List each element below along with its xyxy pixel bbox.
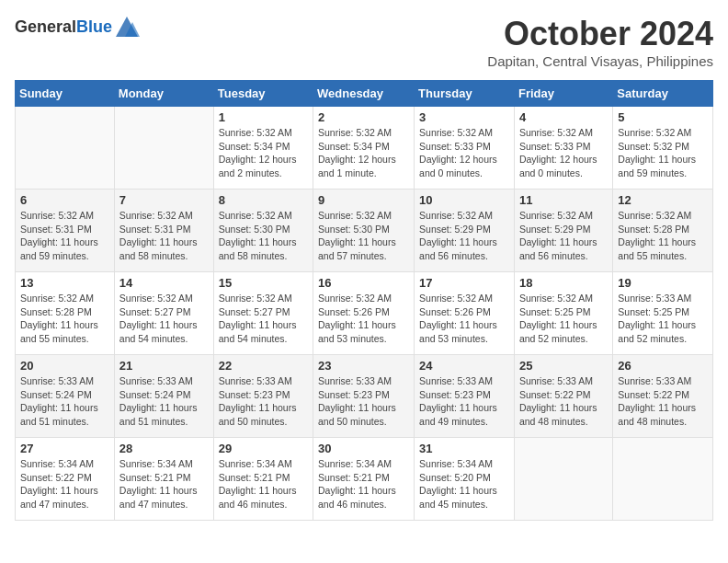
day-number: 28: [119, 442, 209, 455]
day-detail: Sunrise: 5:34 AMSunset: 5:22 PMDaylight:…: [20, 457, 109, 511]
calendar-cell: 9Sunrise: 5:32 AMSunset: 5:30 PMDaylight…: [313, 190, 415, 272]
day-number: 12: [618, 193, 708, 207]
day-number: 16: [318, 276, 409, 290]
calendar-day-header: Friday: [514, 81, 612, 107]
day-number: 22: [219, 359, 308, 373]
calendar-week-row: 27Sunrise: 5:34 AMSunset: 5:22 PMDayligh…: [16, 438, 713, 521]
calendar-cell: 18Sunrise: 5:32 AMSunset: 5:25 PMDayligh…: [514, 272, 612, 355]
day-detail: Sunrise: 5:34 AMSunset: 5:21 PMDaylight:…: [219, 457, 308, 511]
calendar-cell: 19Sunrise: 5:33 AMSunset: 5:25 PMDayligh…: [613, 272, 713, 355]
calendar-table: SundayMondayTuesdayWednesdayThursdayFrid…: [15, 80, 713, 521]
calendar-cell: 28Sunrise: 5:34 AMSunset: 5:21 PMDayligh…: [114, 438, 213, 521]
day-number: 20: [20, 359, 109, 373]
logo-icon: [114, 15, 140, 40]
day-number: 29: [219, 442, 308, 455]
logo: GeneralBlue: [15, 15, 140, 40]
day-detail: Sunrise: 5:32 AMSunset: 5:34 PMDaylight:…: [318, 126, 409, 180]
day-detail: Sunrise: 5:33 AMSunset: 5:22 PMDaylight:…: [618, 374, 708, 429]
calendar-week-row: 20Sunrise: 5:33 AMSunset: 5:24 PMDayligh…: [16, 355, 713, 438]
day-number: 24: [419, 359, 509, 373]
calendar-cell: 25Sunrise: 5:33 AMSunset: 5:22 PMDayligh…: [514, 355, 612, 438]
calendar-day-header: Sunday: [16, 81, 115, 107]
calendar-cell: 23Sunrise: 5:33 AMSunset: 5:23 PMDayligh…: [313, 355, 415, 438]
calendar-cell: 22Sunrise: 5:33 AMSunset: 5:23 PMDayligh…: [213, 355, 313, 438]
day-detail: Sunrise: 5:34 AMSunset: 5:21 PMDaylight:…: [318, 457, 409, 511]
day-number: 18: [519, 276, 608, 290]
calendar-cell: 5Sunrise: 5:32 AMSunset: 5:32 PMDaylight…: [613, 107, 713, 190]
day-detail: Sunrise: 5:33 AMSunset: 5:24 PMDaylight:…: [20, 374, 109, 429]
calendar-cell: 21Sunrise: 5:33 AMSunset: 5:24 PMDayligh…: [114, 355, 213, 438]
day-detail: Sunrise: 5:32 AMSunset: 5:28 PMDaylight:…: [618, 209, 708, 263]
day-number: 21: [119, 359, 209, 373]
calendar-cell: 29Sunrise: 5:34 AMSunset: 5:21 PMDayligh…: [213, 438, 313, 521]
calendar-header-row: SundayMondayTuesdayWednesdayThursdayFrid…: [16, 81, 713, 107]
day-detail: Sunrise: 5:32 AMSunset: 5:31 PMDaylight:…: [119, 209, 209, 263]
calendar-cell: [16, 107, 115, 190]
calendar-cell: 7Sunrise: 5:32 AMSunset: 5:31 PMDaylight…: [114, 190, 213, 272]
day-number: 7: [119, 193, 209, 207]
day-number: 25: [519, 359, 608, 373]
day-number: 19: [618, 276, 708, 290]
day-detail: Sunrise: 5:32 AMSunset: 5:27 PMDaylight:…: [219, 292, 308, 346]
calendar-cell: 16Sunrise: 5:32 AMSunset: 5:26 PMDayligh…: [313, 272, 415, 355]
title-block: October 2024 Dapitan, Central Visayas, P…: [487, 15, 713, 69]
location-title: Dapitan, Central Visayas, Philippines: [487, 53, 713, 69]
day-number: 3: [419, 110, 509, 124]
day-detail: Sunrise: 5:32 AMSunset: 5:32 PMDaylight:…: [618, 126, 708, 180]
day-number: 1: [219, 110, 308, 124]
logo-blue-text: Blue: [76, 17, 112, 36]
calendar-cell: 15Sunrise: 5:32 AMSunset: 5:27 PMDayligh…: [213, 272, 313, 355]
day-detail: Sunrise: 5:33 AMSunset: 5:23 PMDaylight:…: [419, 374, 509, 429]
month-title: October 2024: [487, 15, 713, 53]
day-detail: Sunrise: 5:32 AMSunset: 5:29 PMDaylight:…: [519, 209, 608, 263]
calendar-cell: 10Sunrise: 5:32 AMSunset: 5:29 PMDayligh…: [415, 190, 515, 272]
day-detail: Sunrise: 5:32 AMSunset: 5:26 PMDaylight:…: [419, 292, 509, 346]
day-number: 8: [219, 193, 308, 207]
calendar-cell: 13Sunrise: 5:32 AMSunset: 5:28 PMDayligh…: [16, 272, 115, 355]
calendar-cell: 17Sunrise: 5:32 AMSunset: 5:26 PMDayligh…: [415, 272, 515, 355]
day-number: 26: [618, 359, 708, 373]
calendar-week-row: 1Sunrise: 5:32 AMSunset: 5:34 PMDaylight…: [16, 107, 713, 190]
calendar-cell: 30Sunrise: 5:34 AMSunset: 5:21 PMDayligh…: [313, 438, 415, 521]
day-number: 9: [318, 193, 409, 207]
day-detail: Sunrise: 5:33 AMSunset: 5:24 PMDaylight:…: [119, 374, 209, 429]
calendar-cell: 26Sunrise: 5:33 AMSunset: 5:22 PMDayligh…: [613, 355, 713, 438]
day-number: 13: [20, 276, 109, 290]
calendar-cell: 1Sunrise: 5:32 AMSunset: 5:34 PMDaylight…: [213, 107, 313, 190]
day-detail: Sunrise: 5:32 AMSunset: 5:30 PMDaylight:…: [219, 209, 308, 263]
calendar-cell: [114, 107, 213, 190]
calendar-cell: 8Sunrise: 5:32 AMSunset: 5:30 PMDaylight…: [213, 190, 313, 272]
calendar-day-header: Saturday: [613, 81, 713, 107]
day-detail: Sunrise: 5:32 AMSunset: 5:28 PMDaylight:…: [20, 292, 109, 346]
day-detail: Sunrise: 5:34 AMSunset: 5:20 PMDaylight:…: [419, 457, 509, 511]
day-number: 15: [219, 276, 308, 290]
day-detail: Sunrise: 5:32 AMSunset: 5:33 PMDaylight:…: [519, 126, 608, 180]
day-number: 23: [318, 359, 409, 373]
calendar-cell: 11Sunrise: 5:32 AMSunset: 5:29 PMDayligh…: [514, 190, 612, 272]
day-number: 30: [318, 442, 409, 455]
calendar-week-row: 13Sunrise: 5:32 AMSunset: 5:28 PMDayligh…: [16, 272, 713, 355]
day-number: 17: [419, 276, 509, 290]
calendar-day-header: Monday: [114, 81, 213, 107]
page-header: GeneralBlue October 2024 Dapitan, Centra…: [15, 15, 713, 69]
day-number: 11: [519, 193, 608, 207]
day-detail: Sunrise: 5:32 AMSunset: 5:27 PMDaylight:…: [119, 292, 209, 346]
calendar-cell: 20Sunrise: 5:33 AMSunset: 5:24 PMDayligh…: [16, 355, 115, 438]
calendar-cell: 14Sunrise: 5:32 AMSunset: 5:27 PMDayligh…: [114, 272, 213, 355]
day-number: 2: [318, 110, 409, 124]
calendar-week-row: 6Sunrise: 5:32 AMSunset: 5:31 PMDaylight…: [16, 190, 713, 272]
calendar-cell: 3Sunrise: 5:32 AMSunset: 5:33 PMDaylight…: [415, 107, 515, 190]
calendar-cell: 27Sunrise: 5:34 AMSunset: 5:22 PMDayligh…: [16, 438, 115, 521]
calendar-cell: 2Sunrise: 5:32 AMSunset: 5:34 PMDaylight…: [313, 107, 415, 190]
calendar-cell: 31Sunrise: 5:34 AMSunset: 5:20 PMDayligh…: [415, 438, 515, 521]
day-detail: Sunrise: 5:33 AMSunset: 5:22 PMDaylight:…: [519, 374, 608, 429]
day-number: 6: [20, 193, 109, 207]
calendar-cell: 24Sunrise: 5:33 AMSunset: 5:23 PMDayligh…: [415, 355, 515, 438]
calendar-cell: [613, 438, 713, 521]
day-number: 10: [419, 193, 509, 207]
day-detail: Sunrise: 5:32 AMSunset: 5:29 PMDaylight:…: [419, 209, 509, 263]
calendar-cell: 6Sunrise: 5:32 AMSunset: 5:31 PMDaylight…: [16, 190, 115, 272]
calendar-day-header: Wednesday: [313, 81, 415, 107]
calendar-cell: [514, 438, 612, 521]
day-number: 27: [20, 442, 109, 455]
